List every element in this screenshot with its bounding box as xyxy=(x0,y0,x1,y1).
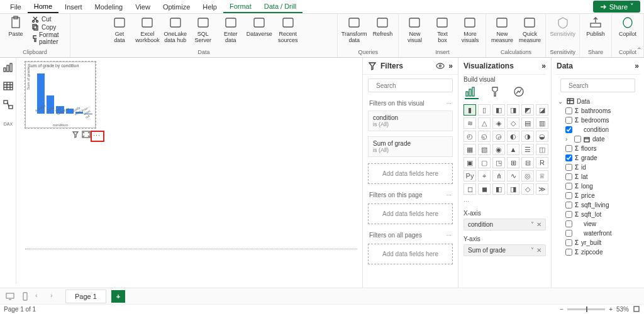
report-view-icon[interactable] xyxy=(3,62,14,73)
field-yr_built[interactable]: Σyr_built xyxy=(555,238,640,247)
field-condition[interactable]: condition xyxy=(555,125,640,134)
field-checkbox[interactable] xyxy=(565,220,572,227)
vis-type-6[interactable]: ≋ xyxy=(464,117,476,129)
expand-icon[interactable]: › xyxy=(565,136,572,143)
zoom-out-icon[interactable]: − xyxy=(560,306,564,313)
vis-type-4[interactable]: ◩ xyxy=(521,104,534,116)
field-price[interactable]: Σprice xyxy=(555,191,640,200)
field-checkbox[interactable] xyxy=(565,192,572,199)
field-checkbox[interactable] xyxy=(565,107,572,114)
eye-icon[interactable] xyxy=(436,62,445,70)
field-bedrooms[interactable]: Σbedrooms xyxy=(555,116,640,125)
field-zipcode[interactable]: Σzipcode xyxy=(555,247,640,257)
menu-data-drill[interactable]: Data / Drill xyxy=(258,1,303,13)
field-long[interactable]: Σlong xyxy=(555,181,640,191)
field-checkbox[interactable] xyxy=(565,249,572,256)
menu-insert[interactable]: Insert xyxy=(58,1,89,13)
vis-more-icon[interactable]: ··· xyxy=(464,197,546,205)
zoom-in-icon[interactable]: + xyxy=(609,306,613,313)
field-checkbox[interactable] xyxy=(565,164,572,171)
field-checkbox[interactable] xyxy=(565,117,572,124)
vis-type-2[interactable]: ◧ xyxy=(492,104,505,116)
vis-type-32[interactable]: ⋔ xyxy=(492,170,505,181)
data-tool-4[interactable]: Enterdata xyxy=(219,15,243,43)
vis-type-13[interactable]: ◵ xyxy=(478,131,491,142)
vis-type-35[interactable]: ♕ xyxy=(536,170,548,181)
page-prev-icon[interactable]: ‹ xyxy=(35,291,45,301)
vis-type-25[interactable]: ▢ xyxy=(478,157,491,168)
vis-type-24[interactable]: ▣ xyxy=(464,157,476,168)
data-search[interactable] xyxy=(560,78,635,92)
vis-type-19[interactable]: ▧ xyxy=(478,144,491,155)
vis-type-39[interactable]: ◨ xyxy=(507,183,519,195)
format-visual-tab[interactable] xyxy=(489,85,502,99)
table-view-icon[interactable] xyxy=(3,80,14,92)
field-checkbox[interactable] xyxy=(565,183,572,190)
field-date[interactable]: ›date xyxy=(555,134,640,144)
filter-card-condition[interactable]: condition is (All) xyxy=(368,111,453,131)
copy-button[interactable]: Copy xyxy=(31,23,66,31)
insert-tool-1[interactable]: Textbox xyxy=(430,15,454,43)
vis-type-3[interactable]: ◨ xyxy=(507,104,519,116)
expand-icon[interactable]: ⌄ xyxy=(558,98,564,105)
field-bathrooms[interactable]: Σbathrooms xyxy=(555,106,640,116)
field-checkbox[interactable] xyxy=(565,211,572,218)
field-checkbox[interactable] xyxy=(565,202,572,208)
field-view[interactable]: view xyxy=(555,219,640,229)
collapse-data-icon[interactable]: » xyxy=(635,62,639,70)
vis-type-11[interactable]: ▥ xyxy=(536,117,548,129)
xaxis-well[interactable]: condition ˅✕ xyxy=(464,219,546,230)
vis-type-17[interactable]: ◒ xyxy=(536,131,548,142)
vis-type-40[interactable]: ◇ xyxy=(521,183,534,195)
model-view-icon[interactable] xyxy=(3,99,14,111)
dax-view-icon[interactable]: DAX xyxy=(3,118,14,129)
filter-card-grade[interactable]: Sum of grade is (All) xyxy=(368,136,453,157)
yaxis-well[interactable]: Sum of grade ˅✕ xyxy=(464,244,546,256)
format-painter-button[interactable]: Format painter xyxy=(31,31,66,45)
calc-tool-0[interactable]: Newmeasure xyxy=(490,15,514,43)
menu-modeling[interactable]: Modeling xyxy=(89,1,130,13)
fit-page-icon[interactable] xyxy=(633,305,640,314)
vis-type-41[interactable]: ≫ xyxy=(536,183,548,195)
focus-mode-icon[interactable] xyxy=(82,131,91,139)
vis-type-8[interactable]: ◈ xyxy=(492,117,505,129)
xaxis-dropdown-icon[interactable]: ˅ xyxy=(531,221,534,228)
chart-visual[interactable]: Sum of grade by condition Sum of grade A… xyxy=(25,62,96,128)
menu-format[interactable]: Format xyxy=(223,1,258,13)
field-grade[interactable]: Σgrade xyxy=(555,153,640,163)
field-checkbox[interactable] xyxy=(565,173,572,180)
vis-type-21[interactable]: ▲ xyxy=(507,144,519,155)
data-tool-1[interactable]: Excelworkbook xyxy=(135,15,160,43)
copilot-button[interactable]: Copilot xyxy=(616,15,640,37)
field-checkbox[interactable] xyxy=(574,136,581,143)
field-checkbox[interactable] xyxy=(565,239,572,246)
insert-tool-0[interactable]: Newvisual xyxy=(402,15,426,43)
field-id[interactable]: Σid xyxy=(555,163,640,172)
field-waterfront[interactable]: waterfront xyxy=(555,229,640,238)
vis-type-22[interactable]: ☰ xyxy=(521,144,534,155)
vis-type-7[interactable]: △ xyxy=(478,117,491,129)
desktop-layout-icon[interactable] xyxy=(5,291,15,301)
filters-page-drop[interactable]: Add data fields here xyxy=(368,203,453,224)
yaxis-remove-icon[interactable]: ✕ xyxy=(536,247,541,254)
data-search-input[interactable] xyxy=(569,82,644,89)
page-tab[interactable]: Page 1 xyxy=(65,290,106,303)
calc-tool-1[interactable]: Quickmeasure xyxy=(518,15,541,43)
vis-type-36[interactable]: ◻ xyxy=(464,183,476,195)
filters-sec-visual-more[interactable]: ··· xyxy=(447,100,452,107)
vis-type-15[interactable]: ◐ xyxy=(507,131,519,142)
page-next-icon[interactable]: › xyxy=(50,291,60,301)
vis-type-30[interactable]: Py xyxy=(464,170,476,181)
data-table-node[interactable]: ⌄ Data xyxy=(555,96,640,106)
filters-search-input[interactable] xyxy=(376,82,456,89)
collapse-filters-icon[interactable]: » xyxy=(448,62,453,70)
add-page-button[interactable]: + xyxy=(111,290,125,303)
query-tool-0[interactable]: Transformdata xyxy=(341,15,367,43)
xaxis-remove-icon[interactable]: ✕ xyxy=(536,221,541,228)
vis-type-33[interactable]: ∿ xyxy=(507,170,519,181)
field-checkbox[interactable] xyxy=(565,145,572,152)
data-tool-3[interactable]: SQLServer xyxy=(191,15,215,43)
data-tool-0[interactable]: Getdata xyxy=(108,15,131,43)
filters-all-drop[interactable]: Add data fields here xyxy=(368,244,453,264)
menu-home[interactable]: Home xyxy=(28,1,58,13)
